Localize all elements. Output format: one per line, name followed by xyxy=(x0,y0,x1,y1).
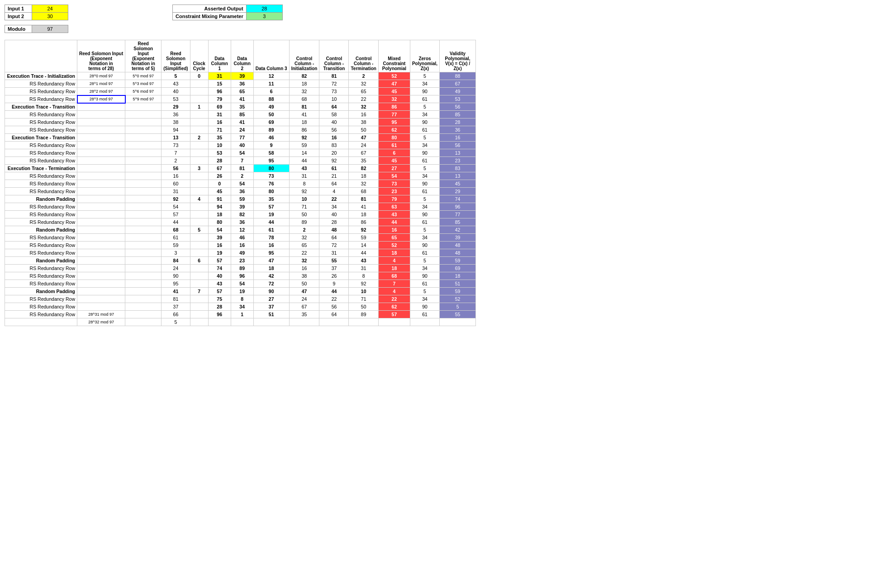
dc2-cell: 34 xyxy=(231,303,253,311)
main-table-container: Reed Solomon Input(ExponentNotation inte… xyxy=(5,40,888,326)
mcp-cell: 52 xyxy=(378,72,410,80)
row-label xyxy=(5,318,77,326)
dc3-cell: 58 xyxy=(253,149,289,157)
rs28-cell: 28^1 mod 97 xyxy=(77,80,125,88)
dc1-cell: 57 xyxy=(208,257,231,265)
rs28-cell xyxy=(77,203,125,211)
dc1-cell: 53 xyxy=(208,149,231,157)
rs5-cell: 5^9 mod 97 xyxy=(125,95,162,103)
zp-cell: 5 xyxy=(410,72,439,80)
cc-term-cell: 86 xyxy=(349,218,378,226)
clock-cell xyxy=(190,95,208,103)
cc-term-cell: 50 xyxy=(349,126,378,134)
mcp-cell: 95 xyxy=(378,119,410,126)
rs28-cell xyxy=(77,103,125,111)
vp-cell: 49 xyxy=(440,88,476,95)
col-header-cc-init: ControlColumn -Initialization xyxy=(289,40,319,72)
zp-cell: 61 xyxy=(410,311,439,318)
dc3-cell: 42 xyxy=(253,272,289,280)
rs5-cell xyxy=(125,180,162,188)
cc-trans-cell: 20 xyxy=(319,149,349,157)
mcp-cell: 52 xyxy=(378,242,410,249)
mcp-cell: 57 xyxy=(378,311,410,318)
cc-init-cell: 86 xyxy=(289,126,319,134)
dc3-cell: 44 xyxy=(253,218,289,226)
dc3-cell: 46 xyxy=(253,134,289,142)
dc1-cell: 40 xyxy=(208,272,231,280)
mcp-cell: 32 xyxy=(378,95,410,103)
clock-cell xyxy=(190,126,208,134)
rs28-cell: 28^32 mod 97 xyxy=(77,318,125,326)
clock-cell xyxy=(190,211,208,218)
rs28-cell xyxy=(77,126,125,134)
vp-cell: 88 xyxy=(440,72,476,80)
rss-cell: 61 xyxy=(162,234,190,242)
rs5-cell xyxy=(125,303,162,311)
vp-cell: 56 xyxy=(440,142,476,149)
clock-cell: 4 xyxy=(190,195,208,203)
cc-init-cell: 2 xyxy=(289,226,319,234)
rs28-cell xyxy=(77,272,125,280)
rs5-cell xyxy=(125,134,162,142)
vp-cell: 36 xyxy=(440,126,476,134)
cc-term-cell: 2 xyxy=(349,72,378,80)
zp-cell: 5 xyxy=(410,165,439,172)
clock-cell xyxy=(190,180,208,188)
mcp-cell: 22 xyxy=(378,295,410,303)
row-label: RS Redundancy Row xyxy=(5,172,77,180)
rs5-cell xyxy=(125,103,162,111)
dc3-cell: 16 xyxy=(253,242,289,249)
dc1-cell: 79 xyxy=(208,95,231,103)
dc2-cell: 54 xyxy=(231,180,253,188)
vp-cell: 13 xyxy=(440,172,476,180)
outputs-block: Asserted Output 28 Constraint Mixing Par… xyxy=(172,5,283,20)
cc-trans-cell: 81 xyxy=(319,72,349,80)
clock-cell xyxy=(190,242,208,249)
zp-cell: 90 xyxy=(410,303,439,311)
mcp-cell: 63 xyxy=(378,203,410,211)
rss-cell: 38 xyxy=(162,119,190,126)
rss-cell: 36 xyxy=(162,111,190,119)
dc1-cell: 91 xyxy=(208,195,231,203)
rss-cell: 13 xyxy=(162,134,190,142)
rss-cell: 95 xyxy=(162,280,190,288)
cc-term-cell: 14 xyxy=(349,242,378,249)
col-header-rss: ReedSolomonInput(Simplified) xyxy=(162,40,190,72)
rss-cell: 56 xyxy=(162,165,190,172)
vp-cell: 59 xyxy=(440,257,476,265)
rss-cell: 94 xyxy=(162,126,190,134)
col-header-cc-term: ControlColumn -Termination xyxy=(349,40,378,72)
clock-cell xyxy=(190,188,208,195)
zp-cell: 34 xyxy=(410,295,439,303)
mcp-cell: 65 xyxy=(378,234,410,242)
rs28-cell xyxy=(77,157,125,165)
clock-cell xyxy=(190,311,208,318)
zp-cell: 5 xyxy=(410,134,439,142)
row-label: Execution Trace - Transition xyxy=(5,134,77,142)
mcp-cell: 62 xyxy=(378,126,410,134)
clock-cell xyxy=(190,172,208,180)
dc3-cell: 50 xyxy=(253,111,289,119)
mcp-cell: 6 xyxy=(378,149,410,157)
mcp-cell: 73 xyxy=(378,180,410,188)
cc-trans-cell: 72 xyxy=(319,242,349,249)
cc-term-cell: 22 xyxy=(349,95,378,103)
cc-term-cell: 43 xyxy=(349,257,378,265)
clock-cell xyxy=(190,80,208,88)
input1-label: Input 1 xyxy=(5,5,32,13)
rss-cell: 66 xyxy=(162,311,190,318)
dc1-cell: 94 xyxy=(208,203,231,211)
zp-cell: 61 xyxy=(410,249,439,257)
vp-cell: 16 xyxy=(440,134,476,142)
top-section: Input 1 24 Input 2 30 Asserted Output 28… xyxy=(5,5,888,20)
rs28-cell xyxy=(77,195,125,203)
row-label: RS Redundancy Row xyxy=(5,265,77,272)
dc1-cell: 0 xyxy=(208,180,231,188)
vp-cell: 39 xyxy=(440,234,476,242)
rs5-cell xyxy=(125,234,162,242)
vp-cell: 48 xyxy=(440,242,476,249)
dc3-cell: 9 xyxy=(253,142,289,149)
cc-init-cell: 10 xyxy=(289,195,319,203)
clock-cell xyxy=(190,119,208,126)
row-label: Random Padding xyxy=(5,226,77,234)
